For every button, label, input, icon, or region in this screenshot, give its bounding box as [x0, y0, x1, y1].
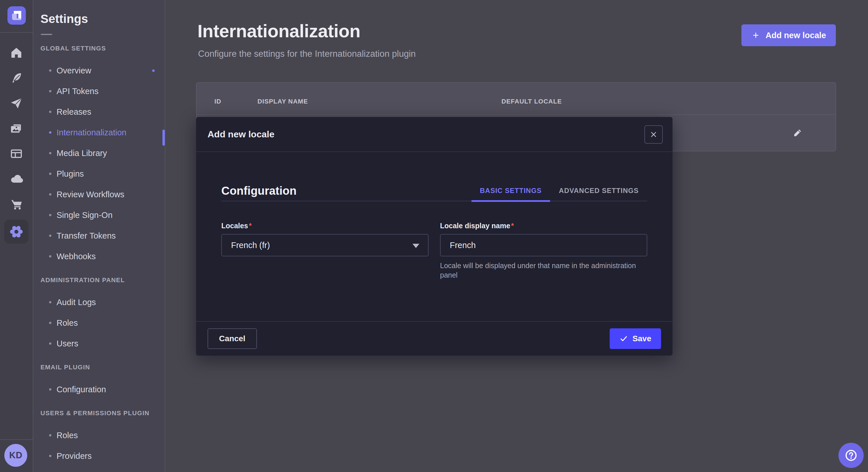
column-display-name: DISPLAY NAME [257, 98, 308, 105]
bullet-icon [49, 152, 51, 154]
locales-field: Locales* French (fr) [221, 222, 429, 280]
add-new-locale-button[interactable]: Add new locale [741, 24, 836, 46]
modal-footer: Cancel Save [196, 321, 673, 356]
add-locale-modal: Add new locale Configuration BASIC SETTI… [196, 117, 673, 356]
required-asterisk: * [511, 222, 514, 230]
home-icon[interactable] [0, 40, 33, 65]
sidebar-item-admin-roles[interactable]: Roles [33, 312, 165, 333]
display-name-input[interactable]: French [440, 234, 647, 256]
paper-plane-icon[interactable] [0, 91, 33, 116]
sidebar-item-media-library[interactable]: Media Library [33, 143, 165, 164]
edit-locale-button[interactable] [790, 127, 804, 140]
chevron-down-icon [412, 244, 420, 248]
content-feather-icon[interactable] [0, 65, 33, 91]
bullet-icon [49, 90, 51, 92]
sidebar-item-admin-users[interactable]: Users [33, 333, 165, 354]
close-modal-button[interactable] [644, 125, 663, 144]
modal-header: Add new locale [196, 117, 673, 152]
required-asterisk: * [249, 222, 252, 230]
display-name-label: Locale display name* [440, 222, 647, 230]
plus-icon [751, 31, 761, 40]
bullet-icon [49, 131, 51, 134]
bullet-icon [49, 235, 51, 237]
rail-divider [0, 439, 33, 440]
sidebar-title: Settings [40, 12, 165, 26]
pencil-icon [792, 128, 803, 139]
marketplace-cart-icon[interactable] [0, 192, 33, 217]
sidebar-item-up-roles[interactable]: Roles [33, 425, 165, 446]
column-default-locale: DEFAULT LOCALE [501, 98, 562, 105]
bullet-icon [49, 455, 51, 457]
gear-icon [9, 225, 24, 239]
section-users-permissions-plugin: USERS & PERMISSIONS PLUGIN [40, 409, 165, 417]
page-title: Internationalization [197, 21, 361, 41]
bullet-icon [49, 214, 51, 216]
settings-nav-item[interactable] [0, 217, 33, 247]
strapi-logo-icon [7, 6, 26, 25]
configuration-title: Configuration [221, 184, 297, 197]
tab-basic-settings[interactable]: BASIC SETTINGS [471, 181, 550, 201]
section-administration-panel: ADMINISTRATION PANEL [40, 276, 165, 284]
configuration-header: Configuration BASIC SETTINGS ADVANCED SE… [221, 181, 647, 201]
display-name-value: French [450, 241, 476, 250]
locale-form: Locales* French (fr) Locale display name… [221, 222, 647, 280]
cancel-button[interactable]: Cancel [208, 328, 257, 349]
save-button[interactable]: Save [610, 328, 661, 349]
sidebar-item-review-workflows[interactable]: Review Workflows [33, 184, 165, 205]
sidebar-item-plugins[interactable]: Plugins [33, 164, 165, 184]
display-name-field: Locale display name* French Locale will … [440, 222, 647, 280]
bullet-icon [49, 69, 51, 72]
table-header-row: ID DISPLAY NAME DEFAULT LOCALE [197, 83, 836, 115]
modal-title: Add new locale [208, 129, 274, 140]
bullet-icon [49, 342, 51, 345]
help-button[interactable] [838, 443, 864, 468]
sidebar-item-email-configuration[interactable]: Configuration [33, 379, 165, 400]
bullet-icon [49, 173, 51, 175]
settings-sidebar: Settings GLOBAL SETTINGS Overview API To… [33, 0, 165, 472]
notification-dot [152, 69, 155, 72]
locales-select[interactable]: French (fr) [221, 234, 429, 256]
question-mark-icon [844, 449, 858, 462]
main-nav-rail: KD [0, 0, 33, 472]
section-global-settings: GLOBAL SETTINGS [40, 45, 165, 52]
section-email-plugin: EMAIL PLUGIN [40, 364, 165, 371]
strapi-logo[interactable] [7, 6, 26, 25]
bullet-icon [49, 434, 51, 436]
close-icon [650, 131, 657, 138]
sidebar-item-audit-logs[interactable]: Audit Logs [33, 292, 165, 312]
page-subtitle: Configure the settings for the Internati… [198, 49, 415, 59]
cloud-icon[interactable] [0, 166, 33, 192]
sidebar-item-releases[interactable]: Releases [33, 102, 165, 122]
sidebar-item-internationalization[interactable]: Internationalization [33, 122, 165, 143]
locales-select-value: French (fr) [231, 241, 270, 250]
check-icon [619, 334, 628, 343]
bullet-icon [49, 255, 51, 258]
main-content: Internationalization Configure the setti… [166, 0, 868, 472]
sidebar-item-transfer-tokens[interactable]: Transfer Tokens [33, 225, 165, 246]
sidebar-item-up-providers[interactable]: Providers [33, 446, 165, 466]
bullet-icon [49, 193, 51, 196]
media-library-icon[interactable] [0, 116, 33, 141]
title-underline [41, 34, 52, 35]
rail-divider [0, 32, 33, 33]
bullet-icon [49, 301, 51, 303]
bullet-icon [49, 322, 51, 324]
bullet-icon [49, 388, 51, 391]
layout-panel-icon[interactable] [0, 141, 33, 166]
column-id: ID [214, 98, 221, 105]
settings-active-tile [4, 220, 28, 244]
active-item-indicator [162, 130, 165, 146]
sidebar-item-single-sign-on[interactable]: Single Sign-On [33, 205, 165, 225]
bullet-icon [49, 111, 51, 113]
sidebar-item-overview[interactable]: Overview [33, 60, 165, 81]
display-name-helper-text: Locale will be displayed under that name… [440, 261, 647, 280]
sidebar-item-api-tokens[interactable]: API Tokens [33, 81, 165, 102]
sidebar-item-webhooks[interactable]: Webhooks [33, 246, 165, 267]
settings-tabs: BASIC SETTINGS ADVANCED SETTINGS [471, 181, 647, 201]
locales-label: Locales* [221, 222, 429, 230]
user-avatar[interactable]: KD [4, 444, 27, 467]
tab-advanced-settings[interactable]: ADVANCED SETTINGS [550, 181, 647, 201]
